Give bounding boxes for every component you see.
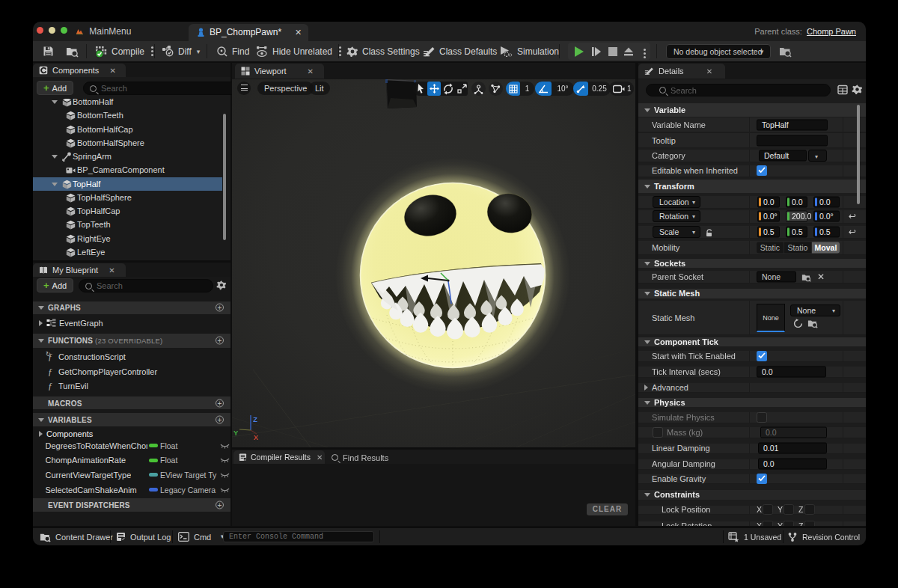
svg-text:Z: Z bbox=[253, 415, 257, 423]
svg-text:Y: Y bbox=[233, 429, 239, 437]
svg-text:X: X bbox=[254, 433, 259, 441]
